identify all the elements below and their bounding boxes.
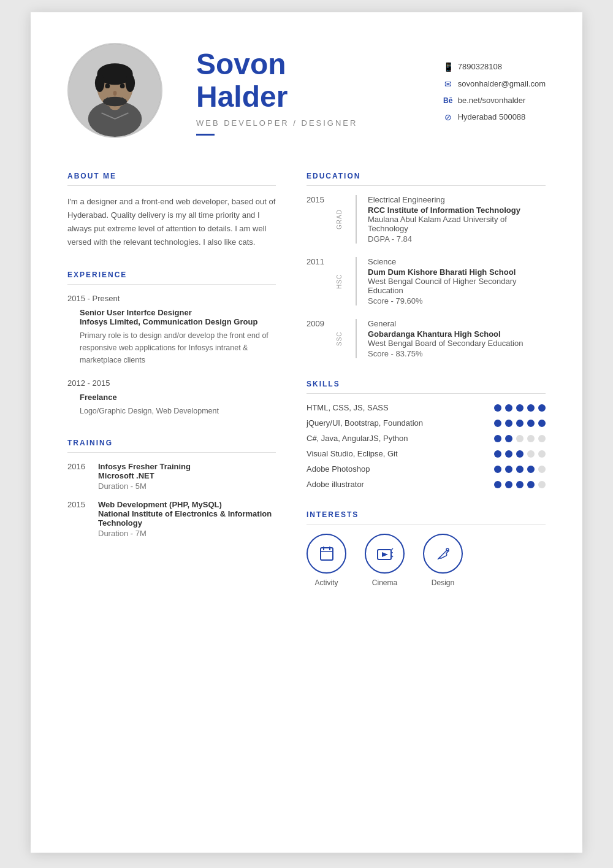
skill-name-2: C#, Java, AngularJS, Python bbox=[306, 434, 494, 443]
edu-vline-1 bbox=[356, 257, 357, 305]
svg-point-10 bbox=[103, 97, 127, 107]
training-title: TRAINING bbox=[67, 439, 276, 447]
svg-point-8 bbox=[120, 83, 125, 88]
about-section: ABOUT ME I'm a designer and a front-end … bbox=[67, 172, 276, 249]
location-icon: ⊘ bbox=[443, 109, 453, 126]
skill-dot-0-3 bbox=[527, 404, 535, 412]
skill-row-1: jQuery/UI, Bootstrap, Foundation bbox=[306, 418, 546, 428]
svg-rect-11 bbox=[321, 548, 333, 560]
phone-icon: 📱 bbox=[443, 58, 453, 75]
skill-dot-2-0 bbox=[494, 435, 501, 442]
edu-score-1: Score - 79.60% bbox=[368, 296, 546, 305]
edu-score-0: DGPA - 7.84 bbox=[368, 234, 546, 244]
skill-dot-5-0 bbox=[494, 481, 501, 488]
svg-marker-16 bbox=[382, 552, 388, 557]
header-name-block: Sovon Halder WEB DEVELOPER / DESIGNER bbox=[196, 48, 443, 136]
cinema-icon-circle bbox=[365, 534, 405, 574]
edu-school-1: Dum Dum Kishore Bharati High School bbox=[368, 267, 546, 277]
skill-dot-2-4 bbox=[538, 435, 546, 442]
exp-title-0: Senior User Interfce Designer bbox=[80, 308, 276, 317]
edu-item-0: 2015 GRAD Electrical Engineering RCC Ins… bbox=[306, 195, 546, 244]
skill-name-1: jQuery/UI, Bootstrap, Foundation bbox=[306, 418, 494, 428]
activity-icon-circle bbox=[306, 534, 346, 574]
interests-title: INTERESTS bbox=[306, 510, 546, 519]
training-section: TRAINING 2016 Infosys Fresher Training M… bbox=[67, 439, 276, 538]
skills-title: SKILLS bbox=[306, 380, 546, 388]
skill-dots-0 bbox=[494, 404, 546, 412]
edu-score-2: Score - 83.75% bbox=[368, 349, 523, 358]
exp-desc-1: Logo/Graphic Design, Web Development bbox=[80, 405, 276, 417]
skills-list: HTML, CSS, JS, SASSjQuery/UI, Bootstrap,… bbox=[306, 403, 546, 489]
training-item-1: 2015 Web Development (PHP, MySQL) Nation… bbox=[67, 500, 276, 538]
edu-school-2: Gobardanga Khantura High School bbox=[368, 329, 523, 339]
skill-name-3: Visual Studio, Eclipse, Git bbox=[306, 449, 494, 458]
education-title: EDUCATION bbox=[306, 172, 546, 180]
exp-period-1: 2012 - 2015 bbox=[67, 378, 276, 388]
skills-section: SKILLS HTML, CSS, JS, SASSjQuery/UI, Boo… bbox=[306, 380, 546, 489]
activity-label: Activity bbox=[314, 578, 338, 587]
edu-content-1: Science Dum Dum Kishore Bharati High Sch… bbox=[368, 257, 546, 305]
skill-row-3: Visual Studio, Eclipse, Git bbox=[306, 449, 546, 458]
edu-subject-2: General bbox=[368, 319, 523, 328]
edu-uni-2: West Bengal Board of Secondary Education bbox=[368, 339, 523, 348]
skill-dot-5-2 bbox=[516, 481, 524, 488]
training-year-0: 2016 bbox=[67, 462, 89, 491]
training-content-0: Infosys Fresher Training Microsoft .NET … bbox=[98, 462, 191, 491]
education-section: EDUCATION 2015 GRAD Electrical Engineeri… bbox=[306, 172, 546, 358]
edu-year-0: 2015 bbox=[306, 195, 330, 244]
experience-item-0: 2015 - Present Senior User Interfce Desi… bbox=[67, 294, 276, 366]
training-duration-1: Duration - 7M bbox=[98, 529, 276, 538]
skill-dot-5-4 bbox=[538, 481, 546, 488]
skill-dots-4 bbox=[494, 466, 546, 473]
contact-behance: Bē be.net/sovonhalder bbox=[443, 93, 546, 109]
svg-point-6 bbox=[126, 74, 135, 92]
edu-school-0: RCC Institute of Information Technology bbox=[368, 205, 546, 215]
contact-phone: 📱 7890328108 bbox=[443, 58, 546, 75]
svg-point-7 bbox=[105, 83, 110, 88]
edu-year-1: 2011 bbox=[306, 257, 330, 305]
skill-dot-2-1 bbox=[505, 435, 512, 442]
skill-dot-2-2 bbox=[516, 435, 524, 442]
contact-email: ✉ sovonhalder@gmail.com bbox=[443, 75, 546, 93]
skill-dot-0-4 bbox=[538, 404, 546, 412]
skill-dots-5 bbox=[494, 481, 546, 488]
skill-dot-1-3 bbox=[527, 420, 535, 427]
skill-dot-3-2 bbox=[516, 450, 524, 458]
avatar-wrapper bbox=[67, 43, 166, 141]
skill-dots-1 bbox=[494, 420, 546, 427]
resume-container: Sovon Halder WEB DEVELOPER / DESIGNER 📱 … bbox=[31, 12, 582, 853]
training-divider bbox=[67, 452, 276, 453]
training-name-0: Infosys Fresher Training bbox=[98, 462, 191, 471]
about-divider bbox=[67, 185, 276, 186]
experience-section: EXPERIENCE 2015 - Present Senior User In… bbox=[67, 271, 276, 417]
edu-grade-1: HSC bbox=[336, 257, 345, 305]
skill-dot-0-0 bbox=[494, 404, 501, 412]
skill-row-2: C#, Java, AngularJS, Python bbox=[306, 434, 546, 443]
skill-name-5: Adobe illustrator bbox=[306, 480, 494, 489]
right-column: EDUCATION 2015 GRAD Electrical Engineeri… bbox=[306, 172, 546, 609]
svg-point-9 bbox=[113, 91, 117, 96]
skill-dot-0-1 bbox=[505, 404, 512, 412]
edu-item-1: 2011 HSC Science Dum Dum Kishore Bharati… bbox=[306, 257, 546, 305]
training-item-0: 2016 Infosys Fresher Training Microsoft … bbox=[67, 462, 276, 491]
education-divider bbox=[306, 185, 546, 186]
interests-section: INTERESTS Activity bbox=[306, 510, 546, 587]
edu-year-2: 2009 bbox=[306, 319, 330, 358]
skill-dot-1-0 bbox=[494, 420, 501, 427]
skill-dot-4-0 bbox=[494, 466, 501, 473]
edu-vline-2 bbox=[356, 319, 357, 358]
training-name-1: Web Development (PHP, MySQL) bbox=[98, 500, 276, 509]
person-title: WEB DEVELOPER / DESIGNER bbox=[196, 118, 443, 128]
edu-content-2: General Gobardanga Khantura High School … bbox=[368, 319, 523, 358]
skill-dots-3 bbox=[494, 450, 546, 458]
training-org-0: Microsoft .NET bbox=[98, 471, 191, 480]
svg-point-5 bbox=[95, 74, 105, 92]
avatar bbox=[67, 43, 162, 138]
skill-dot-2-3 bbox=[527, 435, 535, 442]
interests-list: Activity Cinema bbox=[306, 534, 546, 587]
exp-title-1: Freelance bbox=[80, 393, 276, 402]
edu-uni-1: West Bengal Council of Higher Secondary … bbox=[368, 277, 546, 295]
design-icon-circle bbox=[423, 534, 463, 574]
skill-dot-4-4 bbox=[538, 466, 546, 473]
skill-dot-1-1 bbox=[505, 420, 512, 427]
